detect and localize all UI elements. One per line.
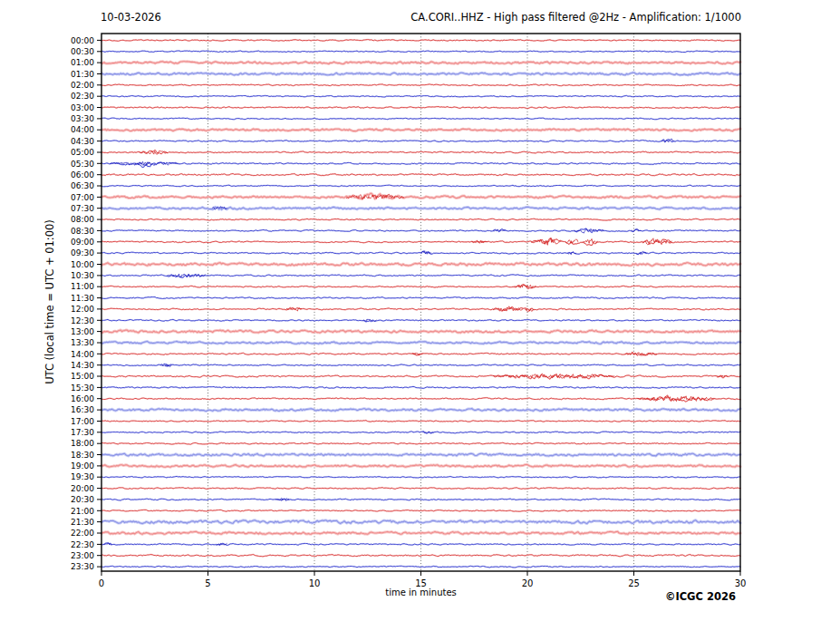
y-tick-label-02:00: 02:00 xyxy=(71,81,94,90)
y-tick-label-15:00: 15:00 xyxy=(71,372,94,381)
y-tick-label-10:00: 10:00 xyxy=(71,260,94,269)
y-tick-label-17:00: 17:00 xyxy=(71,417,94,426)
y-tick-label-14:30: 14:30 xyxy=(71,361,94,370)
y-tick-label-11:30: 11:30 xyxy=(71,294,94,303)
y-tick-label-04:00: 04:00 xyxy=(71,125,94,134)
y-tick-label-18:30: 18:30 xyxy=(71,451,94,460)
y-tick-label-13:00: 13:00 xyxy=(71,327,94,336)
y-tick-label-13:30: 13:30 xyxy=(71,338,94,347)
y-tick-label-20:00: 20:00 xyxy=(71,484,94,493)
x-tick-label-25: 25 xyxy=(628,578,640,588)
gridlines xyxy=(208,34,634,571)
helicorder-plot: 00:0000:3001:0001:3002:0002:3003:0003:30… xyxy=(0,0,840,631)
y-tick-label-01:00: 01:00 xyxy=(71,58,94,67)
y-tick-label-19:30: 19:30 xyxy=(71,472,94,481)
y-tick-label-16:30: 16:30 xyxy=(71,405,94,414)
y-tick-label-00:30: 00:30 xyxy=(71,47,94,56)
y-tick-label-04:30: 04:30 xyxy=(71,137,94,146)
y-tick-label-09:00: 09:00 xyxy=(71,238,94,247)
y-tick-label-14:00: 14:00 xyxy=(71,350,94,359)
x-tick-label-20: 20 xyxy=(522,578,534,588)
y-tick-label-00:00: 00:00 xyxy=(71,36,94,45)
y-tick-label-07:00: 07:00 xyxy=(71,193,94,202)
y-tick-label-21:00: 21:00 xyxy=(71,507,94,516)
y-tick-label-17:30: 17:30 xyxy=(71,428,94,437)
y-tick-label-08:30: 08:30 xyxy=(71,227,94,236)
y-tick-label-21:30: 21:30 xyxy=(71,518,94,527)
y-axis-ticks: 00:0000:3001:0001:3002:0002:3003:0003:30… xyxy=(71,36,101,572)
y-tick-label-12:00: 12:00 xyxy=(71,305,94,314)
y-tick-label-05:00: 05:00 xyxy=(71,148,94,157)
y-tick-label-20:30: 20:30 xyxy=(71,495,94,504)
y-tick-label-16:00: 16:00 xyxy=(71,394,94,403)
y-tick-label-18:00: 18:00 xyxy=(71,439,94,448)
x-axis-ticks: 051015202530 xyxy=(99,571,747,588)
seismogram-viewer: 10-03-2026 CA.CORI..HHZ - High pass filt… xyxy=(0,0,840,631)
y-tick-label-02:30: 02:30 xyxy=(71,92,94,101)
x-tick-label-30: 30 xyxy=(735,578,747,588)
trace-12:00 xyxy=(101,307,740,311)
y-tick-label-05:30: 05:30 xyxy=(71,160,94,169)
y-tick-label-12:30: 12:30 xyxy=(71,316,94,325)
x-tick-label-10: 10 xyxy=(309,578,321,588)
y-tick-label-15:30: 15:30 xyxy=(71,383,94,393)
y-tick-label-10:30: 10:30 xyxy=(71,271,94,280)
y-tick-label-06:00: 06:00 xyxy=(71,170,94,180)
y-tick-label-03:00: 03:00 xyxy=(71,103,94,112)
plot-frame xyxy=(101,34,740,571)
y-tick-label-22:30: 22:30 xyxy=(71,540,94,549)
x-tick-label-5: 5 xyxy=(205,578,210,588)
y-tick-label-01:30: 01:30 xyxy=(71,70,94,79)
y-tick-label-09:30: 09:30 xyxy=(71,248,94,257)
y-tick-label-07:30: 07:30 xyxy=(71,204,94,213)
x-tick-label-0: 0 xyxy=(99,578,104,588)
y-tick-label-22:00: 22:00 xyxy=(71,529,94,538)
y-tick-label-23:30: 23:30 xyxy=(71,562,94,571)
x-tick-label-15: 15 xyxy=(415,578,427,588)
trace-event-09:00 xyxy=(565,239,577,243)
y-tick-label-11:00: 11:00 xyxy=(71,282,94,291)
y-tick-label-08:00: 08:00 xyxy=(71,215,94,224)
y-tick-label-23:00: 23:00 xyxy=(71,551,94,560)
y-tick-label-03:30: 03:30 xyxy=(71,114,94,123)
y-tick-label-19:00: 19:00 xyxy=(71,461,94,471)
y-tick-label-06:30: 06:30 xyxy=(71,181,94,190)
